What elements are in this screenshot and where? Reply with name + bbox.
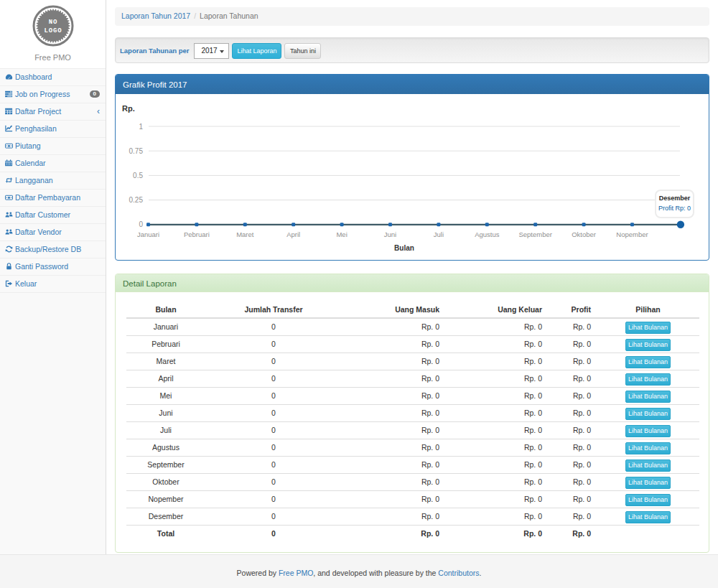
svg-text:Nopember: Nopember (616, 230, 648, 238)
svg-text:Mei: Mei (336, 230, 347, 238)
svg-text:September: September (518, 230, 551, 238)
svg-text:0: 0 (139, 220, 143, 228)
svg-text:1: 1 (139, 123, 143, 131)
svg-text:NO: NO (48, 19, 57, 26)
svg-text:Juli: Juli (434, 230, 444, 238)
svg-text:Juni: Juni (384, 230, 396, 238)
svg-text:0.5: 0.5 (133, 172, 143, 179)
svg-text:0.25: 0.25 (129, 196, 144, 204)
svg-text:Rp.: Rp. (122, 104, 135, 113)
svg-text:0.75: 0.75 (129, 147, 144, 155)
svg-text:Bulan: Bulan (394, 244, 414, 252)
svg-text:April: April (286, 230, 300, 238)
svg-text:LOGO: LOGO (44, 27, 62, 34)
svg-text:Oktober: Oktober (572, 230, 596, 238)
svg-text:Pebruari: Pebruari (184, 230, 210, 238)
svg-text:Maret: Maret (236, 230, 254, 238)
svg-text:Januari: Januari (137, 230, 159, 238)
svg-text:Agustus: Agustus (475, 230, 500, 238)
